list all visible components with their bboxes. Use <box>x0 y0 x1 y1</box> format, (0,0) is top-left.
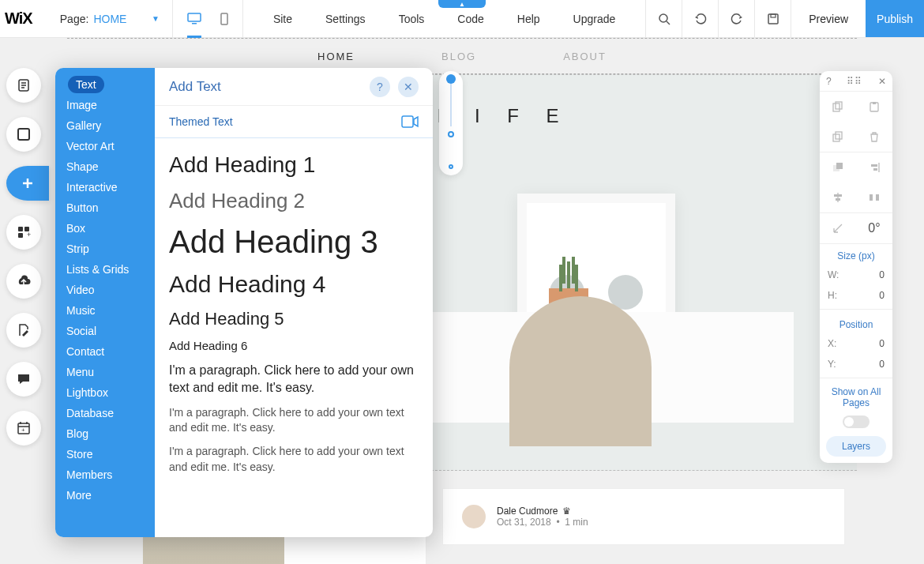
zoom-stop-min[interactable] <box>449 164 453 169</box>
cat-text[interactable]: Text <box>68 76 104 93</box>
add-panel: Text Image Gallery Vector Art Shape Inte… <box>55 68 433 537</box>
uploads-button[interactable] <box>6 264 41 299</box>
sample-h1[interactable]: Add Heading 1 <box>169 152 419 178</box>
cat-members[interactable]: Members <box>55 464 155 485</box>
sample-p1[interactable]: I'm a paragraph. Click here to add your … <box>169 362 419 397</box>
svg-rect-38 <box>836 198 840 201</box>
properties-panel: ? ⠿⠿ ✕ 0° Size (px) W:0 H:0 Position X:0… <box>820 71 892 463</box>
cat-database[interactable]: Database <box>55 403 155 423</box>
cat-button[interactable]: Button <box>55 197 155 218</box>
chat-button[interactable] <box>6 362 41 397</box>
apps-button[interactable]: + <box>6 215 41 250</box>
cat-image[interactable]: Image <box>55 95 155 115</box>
show-all-pages-label: Show on All Pages <box>820 382 892 411</box>
cat-blog[interactable]: Blog <box>55 423 155 444</box>
zoom-track[interactable] <box>450 77 452 126</box>
props-close-icon[interactable]: ✕ <box>878 76 886 87</box>
article-card[interactable]: Dale Cudmore ♛ Oct 31, 2018 • 1 min <box>442 488 845 545</box>
cat-more[interactable]: More <box>55 485 155 506</box>
cat-store[interactable]: Store <box>55 444 155 464</box>
menu-upgrade[interactable]: Upgrade <box>573 13 616 25</box>
zoom-knob[interactable] <box>446 74 456 84</box>
blog-manager-button[interactable] <box>6 313 41 348</box>
menu-settings[interactable]: Settings <box>325 13 366 25</box>
pages-button[interactable] <box>6 68 41 103</box>
h-label: H: <box>828 290 837 301</box>
y-value: 0 <box>879 359 885 370</box>
zoom-slider[interactable] <box>439 71 463 175</box>
x-row[interactable]: X:0 <box>820 333 892 354</box>
top-handle[interactable]: ▲ <box>438 0 486 8</box>
sample-p2[interactable]: I'm a paragraph. Click here to add your … <box>169 405 419 436</box>
delete-icon[interactable] <box>856 122 892 152</box>
w-value: 0 <box>879 269 885 280</box>
distribute-icon[interactable] <box>856 182 892 212</box>
cat-gallery[interactable]: Gallery <box>55 115 155 136</box>
zoom-stop-mid[interactable] <box>448 131 454 137</box>
save-icon[interactable] <box>754 0 791 37</box>
nav-blog[interactable]: BLOG <box>441 51 476 62</box>
copy-icon[interactable] <box>820 92 856 122</box>
sample-h3[interactable]: Add Heading 3 <box>169 224 419 260</box>
height-row[interactable]: H:0 <box>820 285 892 306</box>
bring-forward-icon[interactable] <box>820 152 856 182</box>
bookings-button[interactable]: + <box>6 411 41 446</box>
align-right-icon[interactable] <box>856 152 892 182</box>
menu-help[interactable]: Help <box>517 13 540 25</box>
desktop-icon[interactable] <box>187 13 201 38</box>
sample-p3[interactable]: I'm a paragraph. Click here to add your … <box>169 444 419 475</box>
cat-contact[interactable]: Contact <box>55 341 155 362</box>
rotate-icon[interactable] <box>820 213 856 243</box>
menu-code[interactable]: Code <box>457 13 483 25</box>
cat-menu[interactable]: Menu <box>55 362 155 382</box>
cat-lightbox[interactable]: Lightbox <box>55 382 155 403</box>
help-icon[interactable]: ? <box>370 77 390 97</box>
cat-strip[interactable]: Strip <box>55 239 155 259</box>
cat-lists-grids[interactable]: Lists & Grids <box>55 259 155 280</box>
cat-vector-art[interactable]: Vector Art <box>55 136 155 156</box>
preview-button[interactable]: Preview <box>791 0 866 37</box>
svg-rect-17 <box>18 233 23 238</box>
nav-about[interactable]: ABOUT <box>563 51 607 62</box>
add-button[interactable] <box>6 166 49 201</box>
background-button[interactable] <box>6 117 41 152</box>
y-row[interactable]: Y:0 <box>820 354 892 374</box>
svg-rect-34 <box>871 164 877 167</box>
page-selector[interactable]: Page: HOME ▼ <box>46 0 173 37</box>
close-icon[interactable]: ✕ <box>398 77 419 97</box>
svg-rect-6 <box>768 14 778 24</box>
size-label: Size (px) <box>820 244 892 265</box>
themed-text-row[interactable]: Themed Text <box>155 106 433 138</box>
undo-icon[interactable] <box>682 0 718 37</box>
publish-button[interactable]: Publish <box>866 0 924 37</box>
show-all-pages-toggle[interactable] <box>843 415 870 428</box>
video-preview-icon[interactable] <box>401 115 419 128</box>
sample-h5[interactable]: Add Heading 5 <box>169 309 419 329</box>
cat-video[interactable]: Video <box>55 280 155 300</box>
duplicate-icon[interactable] <box>820 122 856 152</box>
align-center-icon[interactable] <box>820 182 856 212</box>
nav-home[interactable]: HOME <box>317 51 355 62</box>
rotation-value[interactable]: 0° <box>856 213 892 243</box>
cat-shape[interactable]: Shape <box>55 156 155 177</box>
cat-box[interactable]: Box <box>55 218 155 239</box>
cat-music[interactable]: Music <box>55 300 155 321</box>
drag-handle-icon[interactable]: ⠿⠿ <box>847 76 862 87</box>
menu-site[interactable]: Site <box>273 13 292 25</box>
cat-social[interactable]: Social <box>55 321 155 341</box>
redo-icon[interactable] <box>718 0 754 37</box>
width-row[interactable]: W:0 <box>820 265 892 285</box>
sample-h6[interactable]: Add Heading 6 <box>169 339 419 352</box>
layers-button[interactable]: Layers <box>826 436 886 457</box>
paste-icon[interactable] <box>856 92 892 122</box>
props-help-icon[interactable]: ? <box>826 76 832 87</box>
search-icon[interactable] <box>645 0 682 37</box>
sample-h4[interactable]: Add Heading 4 <box>169 271 419 298</box>
mobile-icon[interactable] <box>220 13 228 25</box>
svg-rect-30 <box>836 132 842 139</box>
svg-rect-32 <box>836 163 843 169</box>
device-toggle <box>173 0 243 37</box>
cat-interactive[interactable]: Interactive <box>55 177 155 197</box>
menu-tools[interactable]: Tools <box>399 13 425 25</box>
sample-h2[interactable]: Add Heading 2 <box>169 189 419 213</box>
